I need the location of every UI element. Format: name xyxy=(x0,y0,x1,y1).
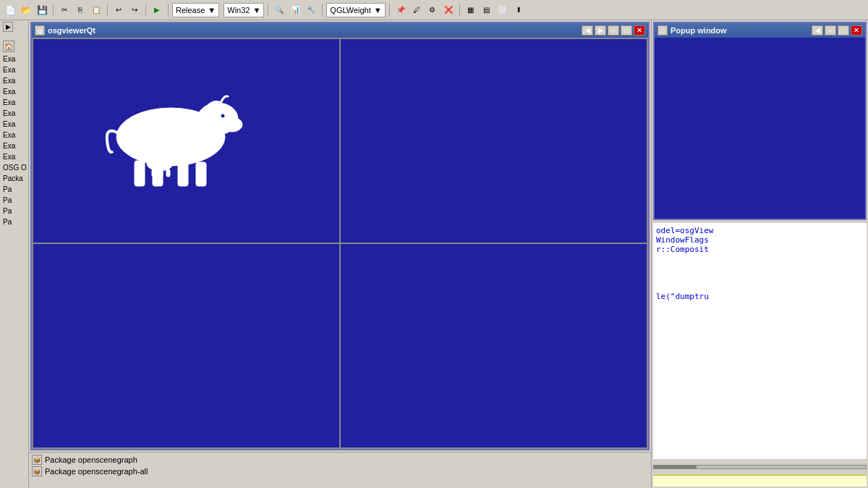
scroll-area[interactable] xyxy=(653,462,867,472)
redo-button[interactable]: ↪ xyxy=(127,3,142,17)
scrollbar-track xyxy=(653,465,867,469)
tb-btn-6[interactable]: ⚙ xyxy=(425,3,440,17)
osg-titlebar: Q osgviewerQt ◀ ▶ – □ ✕ xyxy=(32,23,648,38)
sep4 xyxy=(168,4,169,17)
sep6 xyxy=(322,4,323,17)
viewport-bottom-right[interactable] xyxy=(341,244,647,447)
tb-btn-11[interactable]: ⬆ xyxy=(511,3,526,17)
osg-minimize[interactable]: – xyxy=(608,25,619,35)
osg-maximize[interactable]: □ xyxy=(621,25,632,35)
package-icon-1: 📦 xyxy=(32,455,42,465)
popup-nav-back[interactable]: ◀ xyxy=(812,25,823,35)
svg-point-8 xyxy=(147,156,173,171)
sidebar-icon-home[interactable]: 🏠 xyxy=(0,39,28,54)
paste-button[interactable]: 📋 xyxy=(89,3,103,17)
sidebar-item-exa-5: Exa xyxy=(0,97,28,108)
sidebar-item-pa-2: Pa xyxy=(0,195,28,206)
center-area: Q osgviewerQt ◀ ▶ – □ ✕ xyxy=(29,20,651,488)
scrollbar-thumb[interactable] xyxy=(654,466,697,468)
bottom-bar: 📦 Package openscenegraph 📦 Package opens… xyxy=(29,452,651,488)
sidebar-item-exa-3: Exa xyxy=(0,75,28,86)
tb-btn-5[interactable]: 🖊 xyxy=(409,3,424,17)
tb-btn-10[interactable]: ⬜ xyxy=(495,3,510,17)
build-config-dropdown[interactable]: Release ▼ xyxy=(172,3,219,17)
osg-nav-back[interactable]: ◀ xyxy=(582,25,593,35)
popup-minimize[interactable]: – xyxy=(825,25,836,35)
right-line-4 xyxy=(656,264,864,273)
osg-close[interactable]: ✕ xyxy=(634,25,645,35)
package-icon-2: 📦 xyxy=(32,466,42,476)
main-toolbar: 📄 📂 💾 ✂ ⎘ 📋 ↩ ↪ ▶ Release ▼ Win32 ▼ 🔍 📊 … xyxy=(0,0,868,20)
viewport-top-left[interactable] xyxy=(33,39,339,243)
popup-content xyxy=(655,38,865,219)
svg-rect-10 xyxy=(159,169,163,177)
right-line-1: WindowFlags xyxy=(656,235,864,245)
save-button[interactable]: 💾 xyxy=(35,3,49,17)
build-button[interactable]: ▶ xyxy=(150,3,164,17)
cow-container xyxy=(91,75,250,193)
svg-rect-7 xyxy=(196,162,206,186)
viewport-bottom-left[interactable] xyxy=(33,244,339,447)
sidebar-label-yuanguanli: 源管理 xyxy=(0,33,28,36)
sep3 xyxy=(145,4,146,17)
popup-titlebar: □ Popup window ◀ – □ ✕ xyxy=(655,23,865,38)
tb-btn-1[interactable]: 🔍 xyxy=(272,3,286,17)
tb-btn-3[interactable]: 🔧 xyxy=(304,3,318,17)
sidebar-item-osg: OSG O xyxy=(0,162,28,173)
home-icon: 🏠 xyxy=(3,41,14,52)
sidebar-icon-0: ▶ xyxy=(3,22,13,32)
popup-maximize[interactable]: □ xyxy=(838,25,849,35)
sidebar-item-exa-6: Exa xyxy=(0,108,28,119)
tb-btn-7[interactable]: ❌ xyxy=(441,3,456,17)
osg-titlebar-left: Q osgviewerQt xyxy=(35,25,95,35)
svg-point-2 xyxy=(222,117,242,132)
tb-btn-2[interactable]: 📊 xyxy=(288,3,302,17)
bottom-label-2: Package openscenegraph-all xyxy=(45,467,148,476)
sidebar-item-exa-1: Exa xyxy=(0,54,28,64)
osg-window-icon: Q xyxy=(35,25,45,35)
platform-label: Win32 xyxy=(227,6,250,14)
viewport-grid xyxy=(32,38,648,449)
sep2 xyxy=(107,4,108,17)
sidebar-item-exa-8: Exa xyxy=(0,130,28,140)
copy-button[interactable]: ⎘ xyxy=(73,3,88,17)
cut-button[interactable]: ✂ xyxy=(57,3,72,17)
right-line-0: odel=osgView xyxy=(656,226,864,235)
bottom-label-1: Package openscenegraph xyxy=(45,455,137,464)
tb-btn-8[interactable]: ▦ xyxy=(464,3,478,17)
sidebar-item-packa-1: Packa xyxy=(0,173,28,184)
osg-window-title: osgviewerQt xyxy=(48,26,95,35)
osg-nav-fwd[interactable]: ▶ xyxy=(595,25,606,35)
viewport-top-right[interactable] xyxy=(341,39,647,243)
main-area: ▶ 源管理 🏠 Exa Exa Exa Exa Exa Exa Exa Exa … xyxy=(0,20,868,488)
open-button[interactable]: 📂 xyxy=(19,3,33,17)
right-line-3 xyxy=(656,254,864,264)
project-label: QGLWeight xyxy=(330,6,370,14)
new-button[interactable]: 📄 xyxy=(3,3,17,17)
popup-titlebar-left: □ Popup window xyxy=(658,25,727,35)
sidebar-item-0[interactable]: ▶ xyxy=(0,20,28,33)
svg-rect-6 xyxy=(178,161,188,186)
platform-dropdown[interactable]: Win32 ▼ xyxy=(224,3,264,17)
bottom-item-1: 📦 Package openscenegraph xyxy=(32,454,648,466)
sidebar-item-pa-1: Pa xyxy=(0,184,28,195)
osg-titlebar-buttons: ◀ ▶ – □ ✕ xyxy=(582,25,645,35)
tb-btn-4[interactable]: 📌 xyxy=(393,3,408,17)
right-line-7: le("dumptru xyxy=(656,292,864,301)
sidebar-item-exa-9: Exa xyxy=(0,140,28,151)
undo-button[interactable]: ↩ xyxy=(111,3,126,17)
left-sidebar: ▶ 源管理 🏠 Exa Exa Exa Exa Exa Exa Exa Exa … xyxy=(0,20,29,488)
project-chevron: ▼ xyxy=(374,6,382,14)
osg-viewer-window: Q osgviewerQt ◀ ▶ – □ ✕ xyxy=(30,22,650,450)
svg-point-12 xyxy=(221,114,225,118)
sep7 xyxy=(389,4,390,17)
tb-btn-9[interactable]: ▤ xyxy=(480,3,494,17)
project-dropdown[interactable]: QGLWeight ▼ xyxy=(326,3,385,17)
sidebar-item-pa-4: Pa xyxy=(0,216,28,227)
sep8 xyxy=(459,4,460,17)
sidebar-item-exa-4: Exa xyxy=(0,86,28,97)
popup-close[interactable]: ✕ xyxy=(851,25,862,35)
right-line-2: r::Composit xyxy=(656,245,864,254)
popup-window-title: Popup window xyxy=(671,26,727,35)
svg-rect-4 xyxy=(135,161,145,186)
